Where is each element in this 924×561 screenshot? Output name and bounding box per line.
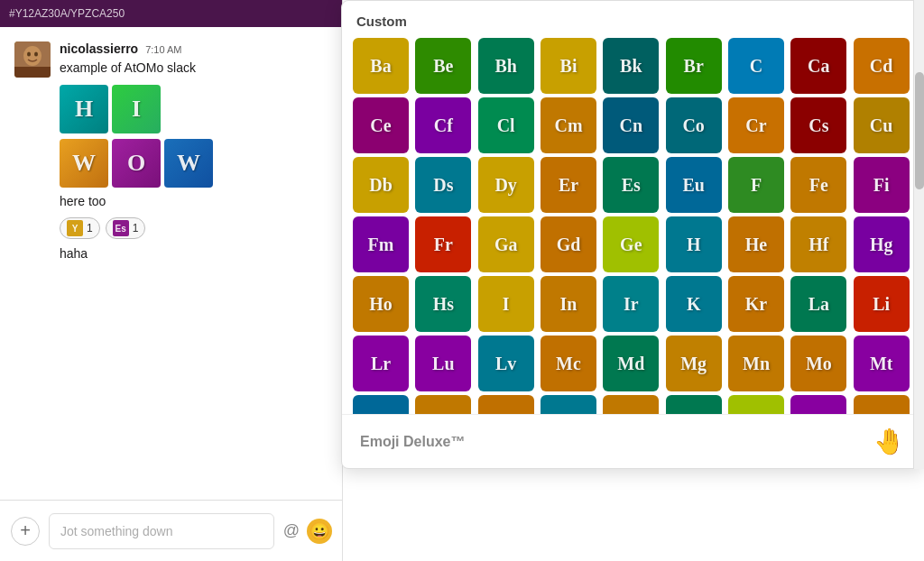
emoji-cell-co[interactable]: Co — [666, 97, 722, 153]
reaction-Y[interactable]: Y 1 — [60, 217, 100, 239]
emoji-cell-md[interactable]: Md — [603, 336, 659, 391]
emoji-cell-cu[interactable]: Cu — [854, 97, 910, 153]
emoji-cell-lr[interactable]: Lr — [353, 336, 409, 391]
emoji-cell-bk[interactable]: Bk — [603, 38, 659, 94]
svg-point-1 — [23, 46, 42, 66]
emoji-cell-dy[interactable]: Dy — [478, 157, 534, 213]
emoji-cell-nr[interactable]: Nr — [854, 395, 910, 414]
emoji-cell-ir[interactable]: Ir — [603, 276, 659, 332]
emoji-cell-la[interactable]: La — [790, 276, 846, 332]
emoji-cell-ga[interactable]: Ga — [478, 216, 534, 272]
emoji-cell-es[interactable]: Es — [603, 157, 659, 213]
emoji-cell-lv[interactable]: Lv — [478, 336, 534, 391]
emoji-cell-cf[interactable]: Cf — [415, 97, 471, 153]
emoji-cell-na[interactable]: Na — [415, 395, 471, 414]
emoji-cell-cn[interactable]: Cn — [603, 97, 659, 153]
picker-footer: Emoji Deluxe™ 🤚 — [342, 414, 923, 468]
emoji-cell-ds[interactable]: Ds — [415, 157, 471, 213]
emoji-cell-lu[interactable]: Lu — [415, 336, 471, 391]
emoji-cell-fi[interactable]: Fi — [854, 157, 910, 213]
timestamp: 7:10 AM — [145, 44, 181, 55]
hand-wave-icon: 🤚 — [873, 427, 905, 456]
username: nicolassierro — [60, 41, 138, 56]
emoji-button[interactable]: 😀 — [307, 519, 332, 544]
emoji-cell-i[interactable]: I — [478, 276, 534, 332]
reaction-Es[interactable]: Es 1 — [106, 217, 146, 239]
emoji-cell-n[interactable]: N — [353, 395, 409, 414]
message-header: nicolassierro 7:10 AM — [60, 41, 328, 56]
emoji-cell-hs[interactable]: Hs — [415, 276, 471, 332]
message-input[interactable]: Jot something down — [49, 513, 274, 549]
emoji-cell-nd[interactable]: Nd — [541, 395, 596, 414]
element-block-W2[interactable]: W — [164, 139, 213, 188]
reaction-Es-icon: Es — [113, 220, 129, 236]
emoji-cell-hf[interactable]: Hf — [790, 216, 846, 272]
emoji-cell-cm[interactable]: Cm — [541, 97, 596, 153]
element-block-W1[interactable]: W — [60, 139, 108, 188]
at-icon[interactable]: @ — [283, 521, 300, 540]
emoji-cell-gd[interactable]: Gd — [541, 216, 596, 272]
channel-name: #Y12AZ30A/YPZCA250 — [9, 7, 125, 20]
emoji-cell-br[interactable]: Br — [666, 38, 722, 94]
scrollbar-track[interactable] — [913, 0, 924, 469]
emoji-cell-k[interactable]: K — [666, 276, 722, 332]
emoji-cell-kr[interactable]: Kr — [728, 276, 784, 332]
emoji-cell-ba[interactable]: Ba — [353, 38, 409, 94]
input-placeholder: Jot something down — [60, 524, 173, 538]
message-text: example of AtOMo slack — [60, 60, 328, 78]
hi-emoji-row: H I — [60, 85, 328, 133]
message-input-bar: + Jot something down @ 😀 — [0, 500, 343, 561]
emoji-cell-fm[interactable]: Fm — [353, 216, 409, 272]
wow-emoji-row: W O W — [60, 139, 328, 188]
emoji-cell-cr[interactable]: Cr — [728, 97, 784, 153]
reaction-Es-count: 1 — [133, 222, 139, 235]
emoji-cell-eu[interactable]: Eu — [666, 157, 722, 213]
emoji-cell-he[interactable]: He — [728, 216, 784, 272]
emoji-cell-li[interactable]: Li — [854, 276, 910, 332]
emoji-cell-ce[interactable]: Ce — [353, 97, 409, 153]
emoji-cell-f[interactable]: F — [728, 157, 784, 213]
emoji-cell-mc[interactable]: Mc — [541, 336, 596, 391]
chat-top-bar: #Y12AZ30A/YPZCA250 — [0, 0, 342, 27]
emoji-cell-mg[interactable]: Mg — [666, 336, 722, 391]
emoji-cell-in[interactable]: In — [541, 276, 596, 332]
picker-grid-area[interactable]: BaBeBhBiBkBrCCaCdCeCfClCmCnCoCrCsCuDbDsD… — [342, 38, 923, 414]
emoji-cell-mo[interactable]: Mo — [790, 336, 846, 391]
emoji-cell-db[interactable]: Db — [353, 157, 409, 213]
emoji-cell-mt[interactable]: Mt — [854, 336, 910, 391]
emoji-cell-cl[interactable]: Cl — [478, 97, 534, 153]
emoji-cell-ca[interactable]: Ca — [790, 38, 846, 94]
add-button[interactable]: + — [11, 517, 40, 546]
element-block-O[interactable]: O — [112, 139, 161, 188]
svg-rect-4 — [14, 67, 51, 78]
emoji-cell-fr[interactable]: Fr — [415, 216, 471, 272]
svg-point-2 — [27, 52, 31, 57]
emoji-cell-nh[interactable]: Nh — [666, 395, 722, 414]
emoji-cell-nb[interactable]: Nb — [478, 395, 534, 414]
avatar-image — [14, 41, 51, 78]
emoji-cell-cd[interactable]: Cd — [854, 38, 910, 94]
emoji-cell-er[interactable]: Er — [541, 157, 596, 213]
message-area: nicolassierro 7:10 AM example of AtOMo s… — [0, 27, 342, 286]
reactions-bar: Y 1 Es 1 — [60, 217, 328, 239]
emoji-cell-c[interactable]: C — [728, 38, 784, 94]
chat-panel: #Y12AZ30A/YPZCA250 — [0, 0, 343, 561]
emoji-cell-ne[interactable]: Ne — [603, 395, 659, 414]
emoji-cell-hg[interactable]: Hg — [854, 216, 910, 272]
emoji-cell-ge[interactable]: Ge — [603, 216, 659, 272]
scrollbar-thumb[interactable] — [915, 72, 924, 189]
emoji-cell-ho[interactable]: Ho — [353, 276, 409, 332]
emoji-cell-mn[interactable]: Mn — [728, 336, 784, 391]
emoji-cell-h[interactable]: H — [666, 216, 722, 272]
element-block-H[interactable]: H — [60, 85, 108, 133]
emoji-picker: Custom BaBeBhBiBkBrCCaCdCeCfClCmCnCoCrCs… — [341, 0, 924, 469]
element-block-I[interactable]: I — [112, 85, 161, 133]
emoji-cell-cs[interactable]: Cs — [790, 97, 846, 153]
emoji-cell-be[interactable]: Be — [415, 38, 471, 94]
emoji-cell-fe[interactable]: Fe — [790, 157, 846, 213]
emoji-cell-no[interactable]: No — [790, 395, 846, 414]
avatar — [14, 41, 51, 78]
emoji-cell-ni[interactable]: Ni — [728, 395, 784, 414]
emoji-cell-bh[interactable]: Bh — [478, 38, 534, 94]
emoji-cell-bi[interactable]: Bi — [541, 38, 596, 94]
